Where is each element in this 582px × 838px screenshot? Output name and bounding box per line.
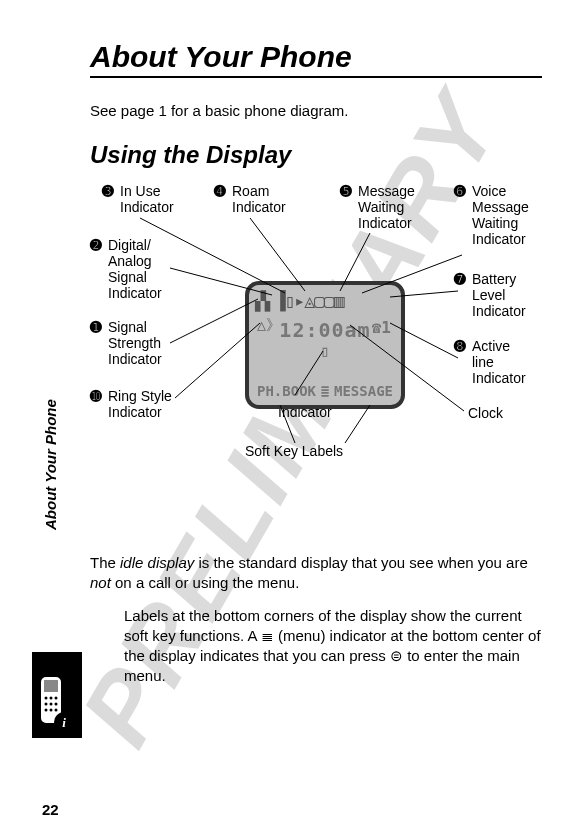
- svg-line-4: [170, 268, 272, 295]
- svg-point-21: [55, 703, 58, 706]
- connector-lines: [90, 183, 550, 553]
- svg-point-16: [45, 697, 48, 700]
- svg-point-22: [45, 709, 48, 712]
- page-number: 22: [42, 801, 59, 818]
- svg-line-8: [390, 323, 458, 358]
- svg-line-11: [280, 405, 295, 443]
- phone-tip-icon: i: [32, 668, 80, 738]
- svg-line-3: [362, 255, 462, 293]
- svg-point-20: [50, 703, 53, 706]
- svg-rect-14: [44, 680, 58, 692]
- section-heading: Using the Display: [90, 141, 542, 169]
- svg-line-2: [340, 233, 370, 291]
- svg-point-19: [45, 703, 48, 706]
- svg-point-23: [50, 709, 53, 712]
- svg-line-9: [350, 325, 464, 411]
- svg-line-12: [345, 405, 370, 443]
- svg-text:i: i: [62, 715, 66, 730]
- svg-line-1: [250, 218, 305, 291]
- body-paragraph-1: The idle display is the standard display…: [90, 553, 542, 594]
- svg-point-24: [55, 709, 58, 712]
- svg-point-18: [55, 697, 58, 700]
- display-diagram: ➌ In Use Indicator ➍ Roam Indicator ➎ Me…: [90, 183, 550, 553]
- svg-line-10: [295, 351, 323, 395]
- svg-line-0: [140, 218, 285, 293]
- svg-point-17: [50, 697, 53, 700]
- svg-line-7: [390, 291, 458, 297]
- body-paragraph-2: Labels at the bottom corners of the disp…: [90, 606, 542, 687]
- intro-text: See page 1 for a basic phone diagram.: [90, 102, 542, 119]
- page-title: About Your Phone: [90, 40, 542, 78]
